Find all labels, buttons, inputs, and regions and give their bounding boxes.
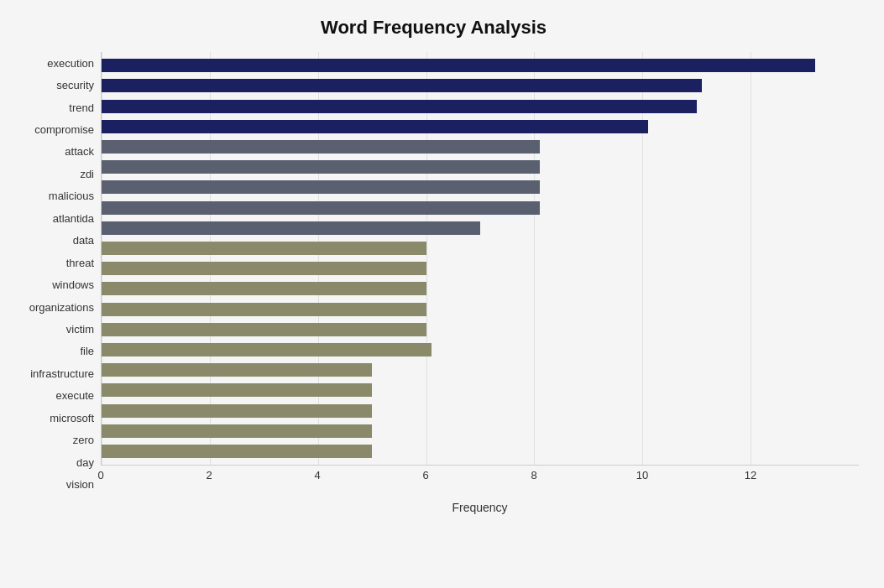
bar xyxy=(102,282,426,295)
bar-row xyxy=(102,258,859,278)
bar-row xyxy=(102,75,859,96)
bar xyxy=(102,160,540,174)
bar xyxy=(102,445,372,458)
y-label: infrastructure xyxy=(30,368,94,379)
x-tick: 10 xyxy=(636,469,648,481)
bar-row xyxy=(102,238,859,258)
bar-row xyxy=(102,421,859,441)
bar xyxy=(102,201,540,215)
x-tick: 4 xyxy=(314,469,320,481)
bar xyxy=(102,262,426,275)
bar-row xyxy=(102,197,859,217)
bar xyxy=(102,424,372,438)
y-label: attack xyxy=(65,146,94,157)
bar-row xyxy=(102,117,859,137)
bars-area xyxy=(101,52,859,466)
x-tick: 8 xyxy=(531,469,536,481)
y-axis: executionsecuritytrendcompromiseattackzd… xyxy=(8,52,101,514)
bar xyxy=(102,120,648,133)
bar xyxy=(102,323,426,336)
bar xyxy=(102,79,702,92)
bar-row xyxy=(102,218,859,238)
bar xyxy=(102,303,426,316)
y-label: data xyxy=(73,235,94,246)
bar-row xyxy=(102,360,859,380)
y-label: vision xyxy=(66,479,94,490)
chart-area: executionsecuritytrendcompromiseattackzd… xyxy=(8,52,859,514)
y-label: victim xyxy=(66,324,94,335)
bar-row xyxy=(102,96,859,116)
y-label: atlantida xyxy=(53,213,94,224)
y-label: compromise xyxy=(34,124,94,135)
bar xyxy=(102,404,372,418)
y-label: organizations xyxy=(29,302,94,313)
x-tick: 0 xyxy=(97,469,103,481)
y-label: execution xyxy=(47,58,94,69)
bar-row xyxy=(102,137,859,157)
bar-row xyxy=(102,441,859,461)
bar xyxy=(102,100,697,113)
y-label: zero xyxy=(73,434,94,445)
y-label: zdi xyxy=(80,169,94,180)
bar-row xyxy=(102,299,859,319)
y-label: windows xyxy=(52,279,94,290)
bar xyxy=(102,383,372,397)
bar-row xyxy=(102,157,859,177)
x-tick: 6 xyxy=(422,469,428,481)
x-tick: 2 xyxy=(206,469,212,481)
bar-row xyxy=(102,380,859,400)
y-label: microsoft xyxy=(50,413,94,424)
x-tick: 12 xyxy=(745,469,756,481)
bars-and-x: 024681012 Frequency xyxy=(101,52,859,514)
bar xyxy=(102,140,540,154)
y-label: security xyxy=(56,80,94,91)
bar-row xyxy=(102,340,859,360)
bar xyxy=(102,221,480,235)
bar-row xyxy=(102,278,859,299)
bar xyxy=(102,363,372,377)
x-axis: 024681012 xyxy=(101,466,859,499)
bar xyxy=(102,242,426,255)
chart-title: Word Frequency Analysis xyxy=(8,17,859,39)
bars-inner xyxy=(102,52,859,465)
y-label: malicious xyxy=(49,190,94,201)
bar xyxy=(102,343,432,356)
y-label: trend xyxy=(69,102,94,113)
bar xyxy=(102,59,815,72)
chart-container: Word Frequency Analysis executionsecurit… xyxy=(0,0,884,588)
bar-row xyxy=(102,55,859,75)
y-label: day xyxy=(76,457,94,468)
bar-row xyxy=(102,177,859,197)
y-label: execute xyxy=(55,390,94,401)
bar-row xyxy=(102,320,859,340)
y-label: threat xyxy=(66,258,94,268)
y-label: file xyxy=(80,346,94,356)
bar xyxy=(102,180,540,194)
x-label-container: Frequency xyxy=(101,499,859,514)
bar-row xyxy=(102,400,859,420)
x-axis-label: Frequency xyxy=(101,501,859,514)
